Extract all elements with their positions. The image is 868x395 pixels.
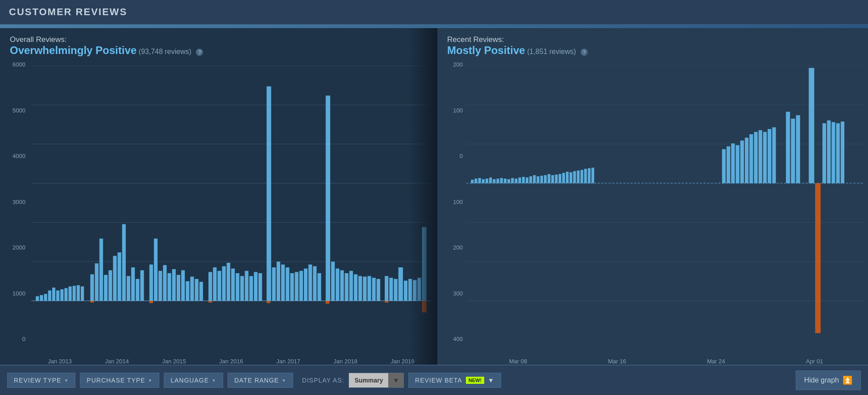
recent-help-icon[interactable]: ? bbox=[581, 49, 588, 56]
recent-chart-container: 200 100 0 100 200 300 400 bbox=[437, 61, 868, 365]
svg-rect-53 bbox=[249, 276, 253, 301]
svg-rect-145 bbox=[754, 132, 757, 183]
svg-rect-91 bbox=[208, 301, 212, 303]
svg-rect-35 bbox=[163, 265, 166, 301]
svg-rect-31 bbox=[140, 270, 144, 301]
svg-rect-151 bbox=[791, 119, 795, 183]
svg-rect-131 bbox=[569, 172, 572, 183]
svg-rect-9 bbox=[40, 295, 43, 301]
svg-rect-51 bbox=[240, 276, 244, 301]
language-chevron: ▼ bbox=[212, 378, 216, 383]
svg-rect-40 bbox=[186, 281, 189, 301]
svg-rect-108 bbox=[486, 179, 488, 183]
review-beta-button[interactable]: REVIEW BETA NEW! ▼ bbox=[408, 373, 501, 388]
svg-rect-50 bbox=[236, 273, 239, 301]
y-200-neg: 200 bbox=[453, 244, 463, 251]
svg-rect-153 bbox=[809, 68, 814, 183]
svg-rect-28 bbox=[127, 276, 130, 301]
svg-rect-140 bbox=[731, 143, 735, 183]
overall-header: Overall Reviews: Overwhelmingly Positive… bbox=[0, 28, 436, 61]
x-label-2016: Jan 2016 bbox=[219, 358, 243, 365]
svg-rect-111 bbox=[497, 179, 499, 183]
x-label-2017: Jan 2017 bbox=[276, 358, 300, 365]
display-select-arrow[interactable]: ▼ bbox=[388, 373, 403, 387]
svg-rect-21 bbox=[95, 263, 99, 301]
svg-rect-10 bbox=[44, 294, 47, 301]
purchase-type-button[interactable]: PURCHASE TYPE ▼ bbox=[80, 373, 159, 388]
date-range-label: DATE RANGE bbox=[234, 377, 279, 384]
svg-rect-49 bbox=[231, 269, 235, 301]
svg-rect-114 bbox=[507, 179, 510, 183]
x-mar24: Mar 24 bbox=[707, 358, 725, 365]
svg-rect-15 bbox=[64, 288, 67, 301]
page-title: CUSTOMER REVIEWS bbox=[9, 6, 127, 17]
svg-rect-23 bbox=[104, 275, 108, 301]
svg-rect-11 bbox=[48, 291, 51, 301]
hide-graph-label: Hide graph bbox=[804, 376, 839, 384]
svg-rect-36 bbox=[167, 273, 171, 301]
svg-rect-16 bbox=[68, 287, 71, 301]
display-select[interactable]: Summary ▼ bbox=[349, 373, 404, 388]
y-label-1000: 1000 bbox=[12, 290, 25, 297]
overall-x-axis: Jan 2013 Jan 2014 Jan 2015 Jan 2016 Jan … bbox=[31, 344, 431, 365]
y-label-3000: 3000 bbox=[12, 199, 25, 205]
svg-rect-152 bbox=[796, 115, 800, 183]
svg-rect-75 bbox=[358, 276, 362, 301]
svg-rect-142 bbox=[740, 141, 744, 183]
date-range-button[interactable]: DATE RANGE ▼ bbox=[228, 373, 293, 388]
svg-rect-45 bbox=[213, 267, 216, 301]
y-label-2000: 2000 bbox=[12, 244, 25, 251]
x-label-2018: Jan 2018 bbox=[333, 358, 357, 365]
svg-rect-65 bbox=[308, 265, 312, 301]
y-400-neg: 400 bbox=[453, 336, 463, 342]
hide-graph-button[interactable]: Hide graph ⏫ bbox=[796, 370, 861, 390]
svg-rect-61 bbox=[290, 273, 294, 301]
accent-bar bbox=[0, 25, 868, 28]
header: CUSTOMER REVIEWS bbox=[0, 0, 868, 25]
svg-rect-68 bbox=[326, 96, 330, 301]
y-label-5000: 5000 bbox=[12, 107, 25, 114]
svg-rect-105 bbox=[474, 179, 477, 183]
svg-rect-113 bbox=[504, 179, 507, 183]
svg-rect-122 bbox=[537, 176, 540, 183]
y-100-neg: 100 bbox=[453, 199, 463, 205]
svg-rect-119 bbox=[526, 178, 528, 183]
svg-rect-124 bbox=[544, 175, 547, 183]
svg-rect-90 bbox=[150, 301, 153, 303]
y-300-neg: 300 bbox=[453, 290, 463, 297]
svg-rect-77 bbox=[367, 276, 371, 301]
y-label-4000: 4000 bbox=[12, 153, 25, 159]
y-100-pos: 100 bbox=[453, 107, 463, 114]
recent-label: Recent Reviews: bbox=[447, 35, 858, 44]
svg-rect-128 bbox=[559, 174, 561, 183]
language-button[interactable]: LANGUAGE ▼ bbox=[164, 373, 223, 388]
svg-rect-129 bbox=[562, 173, 565, 183]
recent-y-axis: 200 100 0 100 200 300 400 bbox=[437, 61, 466, 342]
svg-rect-73 bbox=[349, 271, 353, 301]
hide-graph-icon: ⏫ bbox=[843, 375, 852, 385]
svg-rect-118 bbox=[522, 177, 525, 183]
review-type-button[interactable]: REVIEW TYPE ▼ bbox=[7, 373, 75, 388]
svg-rect-17 bbox=[73, 286, 76, 301]
svg-rect-37 bbox=[172, 269, 176, 301]
svg-rect-29 bbox=[131, 267, 135, 301]
overall-chart-container: 6000 5000 4000 3000 2000 1000 0 bbox=[0, 61, 436, 365]
svg-rect-139 bbox=[727, 146, 730, 183]
svg-rect-66 bbox=[313, 266, 316, 301]
svg-rect-84 bbox=[404, 281, 407, 301]
review-beta-chevron: ▼ bbox=[488, 377, 494, 384]
x-apr01: Apr 01 bbox=[806, 358, 823, 365]
svg-rect-154 bbox=[815, 183, 821, 333]
svg-rect-71 bbox=[340, 270, 344, 301]
svg-rect-43 bbox=[199, 282, 203, 301]
svg-rect-12 bbox=[52, 287, 55, 301]
svg-rect-44 bbox=[208, 272, 212, 301]
svg-rect-156 bbox=[827, 121, 831, 183]
svg-rect-25 bbox=[113, 256, 116, 301]
svg-rect-87 bbox=[417, 278, 421, 301]
svg-rect-141 bbox=[736, 145, 739, 183]
svg-rect-133 bbox=[577, 170, 580, 183]
svg-rect-55 bbox=[258, 273, 262, 301]
overall-help-icon[interactable]: ? bbox=[196, 49, 203, 56]
display-select-value: Summary bbox=[349, 373, 388, 387]
